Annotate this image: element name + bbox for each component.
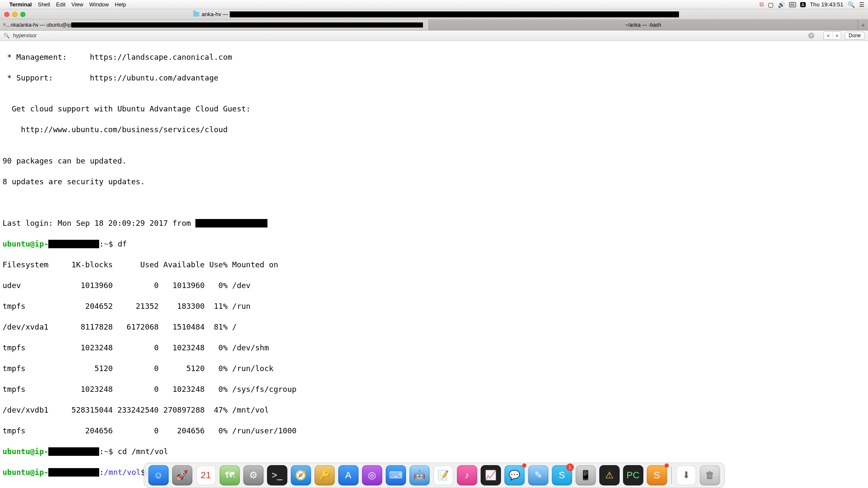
dock-app-itunes[interactable]: ♪ xyxy=(457,465,477,485)
window-title-bar: anka-hv — xyxy=(0,9,868,19)
dock-app-skype[interactable]: S1 xyxy=(552,465,572,485)
menu-help[interactable]: Help xyxy=(115,1,126,8)
dock-app-sublime[interactable]: S xyxy=(647,465,667,485)
dock-app-messages[interactable]: 💬 xyxy=(504,465,525,485)
tab-2[interactable]: ~/anka — -bash xyxy=(429,19,858,30)
dock-app-warning[interactable]: ⚠ xyxy=(599,465,620,485)
dock-app-maps[interactable]: 🗺 xyxy=(220,465,240,485)
new-tab-button[interactable]: + xyxy=(858,19,868,30)
window-title: anka-hv — xyxy=(202,11,679,18)
dock-app-keychain[interactable]: 🔑 xyxy=(314,465,335,485)
dock-app-simulator[interactable]: 📱 xyxy=(576,465,596,485)
folder-icon xyxy=(193,12,199,17)
find-done-button[interactable]: Done xyxy=(845,32,865,39)
tab-1[interactable]: ✕ …nka/anka-hv — ubuntu@ip xyxy=(0,19,429,30)
window-zoom-button[interactable] xyxy=(20,12,25,17)
window-minimize-button[interactable] xyxy=(12,12,17,17)
macos-menu-bar: Terminal Shell Edit View Window Help ⧉ ▢… xyxy=(0,0,868,9)
dock-app-appstore[interactable]: A xyxy=(338,465,359,485)
find-bar: 🔍 ✕ < > Done xyxy=(0,30,868,41)
dock-app-preferences[interactable]: ⚙ xyxy=(243,465,264,485)
dock-app-automator[interactable]: 🤖 xyxy=(409,465,430,485)
terminal-content[interactable]: * Management: https://landscape.canonica… xyxy=(0,41,868,488)
dock-app-downloads[interactable]: ⬇ xyxy=(676,465,696,485)
menu-clock[interactable]: Thu 19:43:51 xyxy=(810,1,843,8)
tab-close-icon[interactable]: ✕ xyxy=(3,22,6,28)
dock-app-safari[interactable]: 🧭 xyxy=(291,465,311,485)
airplay-icon[interactable]: ▢ xyxy=(768,1,773,8)
search-icon: 🔍 xyxy=(3,33,10,39)
battery-icon[interactable]: 89 xyxy=(789,2,796,7)
dock-app-xcode[interactable]: ⌨ xyxy=(386,465,406,485)
notification-center-icon[interactable]: ☰ xyxy=(859,1,865,8)
input-source-icon[interactable]: A xyxy=(800,2,806,7)
find-input[interactable] xyxy=(13,33,805,39)
spotlight-icon[interactable]: 🔍 xyxy=(848,1,855,8)
dock-app-calendar[interactable]: 21 xyxy=(196,465,216,485)
menu-view[interactable]: View xyxy=(72,1,83,8)
dock-app-pycharm[interactable]: PC xyxy=(623,465,643,485)
dock-app-textedit[interactable]: 📝 xyxy=(433,465,453,485)
dock-app-finder[interactable]: ☺ xyxy=(148,465,169,485)
app-name[interactable]: Terminal xyxy=(9,1,32,8)
clear-search-button[interactable]: ✕ xyxy=(808,33,814,39)
find-next-button[interactable]: > xyxy=(832,32,841,39)
dock: ☺🚀21🗺⚙>_🧭🔑A◎⌨🤖📝♪📈💬✎S1📱⚠PCS⬇🗑 xyxy=(144,463,725,488)
volume-icon[interactable]: 🔊 xyxy=(778,1,785,8)
dock-app-trash[interactable]: 🗑 xyxy=(700,465,720,485)
dock-app-activity[interactable]: 📈 xyxy=(481,465,501,485)
window-close-button[interactable] xyxy=(4,12,9,17)
dock-separator xyxy=(671,466,672,484)
find-prev-button[interactable]: < xyxy=(824,32,832,39)
dock-app-podcasts[interactable]: ◎ xyxy=(362,465,382,485)
menu-edit[interactable]: Edit xyxy=(56,1,65,8)
dock-app-notes[interactable]: ✎ xyxy=(528,465,548,485)
menu-shell[interactable]: Shell xyxy=(38,1,50,8)
status-icon-1[interactable]: ⧉ xyxy=(760,1,764,8)
dock-app-terminal[interactable]: >_ xyxy=(267,465,287,485)
dock-app-launchpad[interactable]: 🚀 xyxy=(172,465,192,485)
menu-window[interactable]: Window xyxy=(89,1,109,8)
terminal-tab-bar: ✕ …nka/anka-hv — ubuntu@ip ~/anka — -bas… xyxy=(0,19,868,30)
